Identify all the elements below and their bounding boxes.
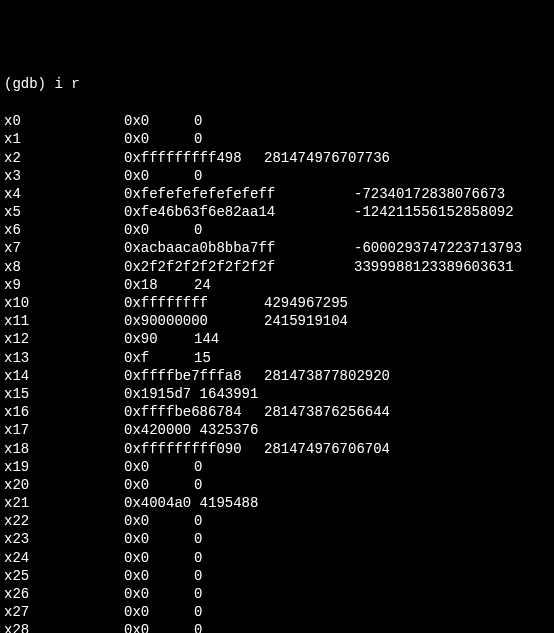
register-dec: 0 [194, 603, 202, 621]
register-dec: 281473876256644 [264, 403, 390, 421]
register-row: x190x00 [4, 458, 550, 476]
register-name: x13 [4, 349, 124, 367]
register-hex: 0xfe46b63f6e82aa14 [124, 203, 354, 221]
register-row: x230x00 [4, 530, 550, 548]
register-name: x4 [4, 185, 124, 203]
register-row: x170x420000 4325376 [4, 421, 550, 439]
register-hex: 0x0 [124, 476, 194, 494]
register-row: x10x00 [4, 130, 550, 148]
register-dec: 281474976706704 [264, 440, 390, 458]
register-hex-dec: 0x1915d7 1643991 [124, 385, 258, 403]
register-name: x15 [4, 385, 124, 403]
register-hex: 0x0 [124, 530, 194, 548]
register-dec: 0 [194, 476, 202, 494]
register-name: x2 [4, 149, 124, 167]
register-name: x10 [4, 294, 124, 312]
register-hex: 0x90 [124, 330, 194, 348]
register-name: x22 [4, 512, 124, 530]
register-hex: 0xf [124, 349, 194, 367]
register-name: x7 [4, 239, 124, 257]
register-hex: 0x0 [124, 458, 194, 476]
register-name: x25 [4, 567, 124, 585]
register-row: x270x00 [4, 603, 550, 621]
register-dec: 0 [194, 221, 202, 239]
register-dec: -124211556152858092 [354, 203, 514, 221]
register-name: x6 [4, 221, 124, 239]
register-name: x27 [4, 603, 124, 621]
register-row: x260x00 [4, 585, 550, 603]
register-row: x40xfefefefefefefeff-72340172838076673 [4, 185, 550, 203]
gdb-prompt[interactable]: (gdb) i r [4, 75, 550, 93]
register-hex: 0x0 [124, 130, 194, 148]
register-hex: 0x2f2f2f2f2f2f2f2f [124, 258, 354, 276]
register-dec: 0 [194, 567, 202, 585]
register-dec: 0 [194, 167, 202, 185]
register-name: x0 [4, 112, 124, 130]
register-dec: 2415919104 [264, 312, 348, 330]
register-name: x9 [4, 276, 124, 294]
register-row: x70xacbaaca0b8bba7ff-6000293747223713793 [4, 239, 550, 257]
register-name: x28 [4, 621, 124, 633]
register-hex: 0x0 [124, 221, 194, 239]
register-dec: 0 [194, 585, 202, 603]
register-name: x19 [4, 458, 124, 476]
register-row: x110x900000002415919104 [4, 312, 550, 330]
register-name: x20 [4, 476, 124, 494]
register-dec: 4294967295 [264, 294, 348, 312]
register-hex-dec: 0x420000 4325376 [124, 421, 258, 439]
register-hex: 0x0 [124, 621, 194, 633]
register-name: x23 [4, 530, 124, 548]
register-hex: 0x0 [124, 112, 194, 130]
register-name: x21 [4, 494, 124, 512]
register-hex: 0xffffbe7fffa8 [124, 367, 264, 385]
register-name: x24 [4, 549, 124, 567]
register-hex: 0xfffffffff090 [124, 440, 264, 458]
register-dec: 0 [194, 458, 202, 476]
register-row: x280x00 [4, 621, 550, 633]
register-dec: 24 [194, 276, 211, 294]
register-row: x140xffffbe7fffa8281473877802920 [4, 367, 550, 385]
register-row: x100xffffffff4294967295 [4, 294, 550, 312]
register-name: x3 [4, 167, 124, 185]
register-row: x160xffffbe686784281473876256644 [4, 403, 550, 421]
register-name: x26 [4, 585, 124, 603]
register-name: x14 [4, 367, 124, 385]
register-dec: -72340172838076673 [354, 185, 505, 203]
register-row: x200x00 [4, 476, 550, 494]
register-row: x50xfe46b63f6e82aa14-124211556152858092 [4, 203, 550, 221]
register-dec: 0 [194, 530, 202, 548]
register-dec: 144 [194, 330, 219, 348]
register-row: x240x00 [4, 549, 550, 567]
register-dec: 281474976707736 [264, 149, 390, 167]
register-hex: 0x18 [124, 276, 194, 294]
register-row: x90x1824 [4, 276, 550, 294]
register-name: x11 [4, 312, 124, 330]
register-dec: 0 [194, 112, 202, 130]
register-row: x250x00 [4, 567, 550, 585]
register-dec: 3399988123389603631 [354, 258, 514, 276]
register-row: x00x00 [4, 112, 550, 130]
register-dec: 281473877802920 [264, 367, 390, 385]
register-name: x16 [4, 403, 124, 421]
register-hex: 0xacbaaca0b8bba7ff [124, 239, 354, 257]
register-hex: 0x0 [124, 567, 194, 585]
register-hex: 0xfefefefefefefeff [124, 185, 354, 203]
register-dec: 0 [194, 549, 202, 567]
register-dec: 15 [194, 349, 211, 367]
register-row: x80x2f2f2f2f2f2f2f2f3399988123389603631 [4, 258, 550, 276]
register-dec: -6000293747223713793 [354, 239, 522, 257]
register-dec: 0 [194, 130, 202, 148]
register-dec: 0 [194, 621, 202, 633]
register-hex: 0x0 [124, 512, 194, 530]
register-hex: 0xffffbe686784 [124, 403, 264, 421]
register-name: x5 [4, 203, 124, 221]
register-row: x120x90144 [4, 330, 550, 348]
register-name: x12 [4, 330, 124, 348]
register-hex: 0xffffffff [124, 294, 264, 312]
register-row: x150x1915d7 1643991 [4, 385, 550, 403]
register-row: x220x00 [4, 512, 550, 530]
register-name: x8 [4, 258, 124, 276]
register-hex: 0xfffffffff498 [124, 149, 264, 167]
register-output: x00x00x10x00x20xfffffffff498281474976707… [4, 112, 550, 633]
register-hex: 0x0 [124, 603, 194, 621]
